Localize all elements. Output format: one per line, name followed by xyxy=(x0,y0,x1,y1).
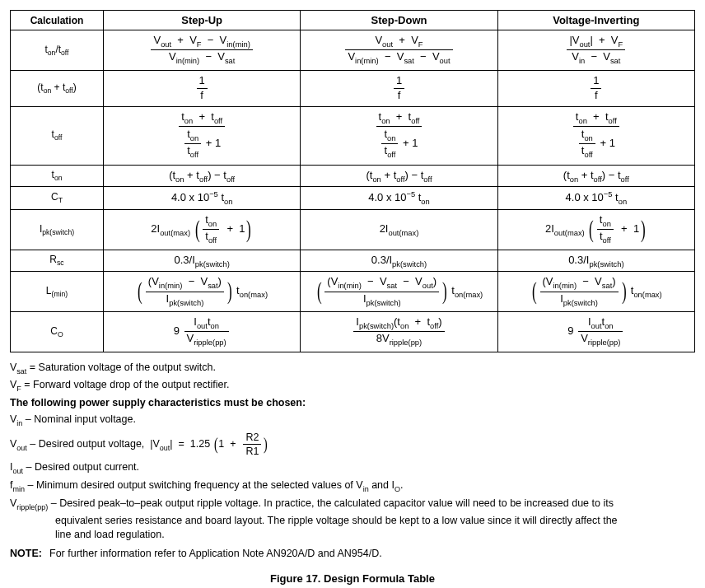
cell-voltage-inverting: 4.0 x 10−5 ton xyxy=(497,187,694,210)
cell-voltage-inverting: |Vout| + VFVin − Vsat xyxy=(497,30,694,71)
note-vsat: Vsat = Saturation voltage of the output … xyxy=(10,361,695,376)
cell-voltage-inverting: (ton + toff) − toff xyxy=(497,165,694,187)
cell-step-up: ton + tofftontoff + 1 xyxy=(104,106,301,165)
cell-step-down: 2Iout(max) xyxy=(301,210,497,250)
row-toff: toff ton + tofftontoff + 1 ton + toffton… xyxy=(11,106,695,165)
cell-step-down: 1f xyxy=(301,70,497,106)
cell-step-up: ((Vin(min) − Vsat)Ipk(switch)) ton(max) xyxy=(104,272,301,312)
cell-calc: CO xyxy=(11,312,104,352)
row-rsc: Rsc 0.3/Ipk(switch) 0.3/Ipk(switch) 0.3/… xyxy=(11,250,695,272)
col-voltage-inverting: Voltage-Inverting xyxy=(497,11,694,30)
row-ton-plus-toff: (ton + toff) 1f 1f 1f xyxy=(11,70,695,106)
row-lmin: L(min) ((Vin(min) − Vsat)Ipk(switch)) to… xyxy=(11,272,695,312)
cell-voltage-inverting: 9 IouttonVripple(pp) xyxy=(497,312,694,352)
cell-voltage-inverting: 1f xyxy=(497,70,694,106)
note-label: NOTE: xyxy=(10,547,49,561)
cell-step-up: Vout + VF − Vin(min)Vin(min) − Vsat xyxy=(104,30,301,71)
cell-calc: (ton + toff) xyxy=(11,70,104,106)
cell-calc: toff xyxy=(11,106,104,165)
cell-step-up: 4.0 x 10−5 ton xyxy=(104,187,301,210)
note-heading: The following power supply characteristi… xyxy=(10,396,695,410)
cell-step-down: ((Vin(min) − Vsat − Vout)Ipk(switch)) to… xyxy=(301,272,497,312)
cell-voltage-inverting: ton + tofftontoff + 1 xyxy=(497,106,694,165)
note-vout: Vout – Desired output voltage, |Vout| = … xyxy=(10,431,695,459)
cell-calc: ton/toff xyxy=(11,30,104,71)
row-co: CO 9 IouttonVripple(pp) Ipk(switch)(ton … xyxy=(11,312,695,352)
cell-voltage-inverting: 2Iout(max) (tontoff + 1) xyxy=(497,210,694,250)
note-vin: Vin – Nominal input voltage. xyxy=(10,413,695,428)
cell-voltage-inverting: 0.3/Ipk(switch) xyxy=(497,250,694,272)
note-text: For further information refer to Applica… xyxy=(49,547,382,561)
note-vripple: Vripple(pp) – Desired peak–to–peak outpu… xyxy=(10,497,695,512)
notes-section: Vsat = Saturation voltage of the output … xyxy=(10,361,695,561)
note-iout: Iout – Desired output current. xyxy=(10,460,695,476)
cell-calc: CT xyxy=(11,187,104,210)
cell-step-up: 9 IouttonVripple(pp) xyxy=(104,312,301,352)
cell-calc: ton xyxy=(11,165,104,187)
row-ipk-switch: Ipk(switch) 2Iout(max) (tontoff + 1) 2Io… xyxy=(11,210,695,250)
row-ct: CT 4.0 x 10−5 ton 4.0 x 10−5 ton 4.0 x 1… xyxy=(11,187,695,210)
cell-step-up: (ton + toff) − toff xyxy=(104,165,301,187)
cell-calc: Rsc xyxy=(11,250,104,272)
col-step-down: Step-Down xyxy=(301,11,497,30)
cell-step-down: 4.0 x 10−5 ton xyxy=(301,187,497,210)
cell-calc: Ipk(switch) xyxy=(11,210,104,250)
design-formula-table: Calculation Step-Up Step-Down Voltage-In… xyxy=(10,10,695,352)
cell-step-down: Ipk(switch)(ton + toff)8Vripple(pp) xyxy=(301,312,497,352)
cell-step-down: ton + tofftontoff + 1 xyxy=(301,106,497,165)
cell-step-down: Vout + VFVin(min) − Vsat − Vout xyxy=(301,30,497,71)
note-vripple-cont1: equivalent series resistance and board l… xyxy=(10,514,695,528)
cell-voltage-inverting: ((Vin(min) − Vsat)Ipk(switch)) ton(max) xyxy=(497,272,694,312)
cell-calc: L(min) xyxy=(11,272,104,312)
cell-step-up: 0.3/Ipk(switch) xyxy=(104,250,301,272)
col-step-up: Step-Up xyxy=(104,11,301,30)
note-fmin: fmin – Minimum desired output switching … xyxy=(10,478,695,494)
note-vf: VF = Forward voltage drop of the output … xyxy=(10,378,695,394)
figure-caption: Figure 17. Design Formula Table xyxy=(10,572,695,585)
cell-step-up: 1f xyxy=(104,70,301,106)
note-vripple-cont2: line and load regulation. xyxy=(10,528,695,542)
row-ton: ton (ton + toff) − toff (ton + toff) − t… xyxy=(11,165,695,187)
col-calculation: Calculation xyxy=(11,11,104,30)
cell-step-down: (ton + toff) − toff xyxy=(301,165,497,187)
cell-step-up: 2Iout(max) (tontoff + 1) xyxy=(104,210,301,250)
row-ton-toff-ratio: ton/toff Vout + VF − Vin(min)Vin(min) − … xyxy=(11,30,695,71)
cell-step-down: 0.3/Ipk(switch) xyxy=(301,250,497,272)
